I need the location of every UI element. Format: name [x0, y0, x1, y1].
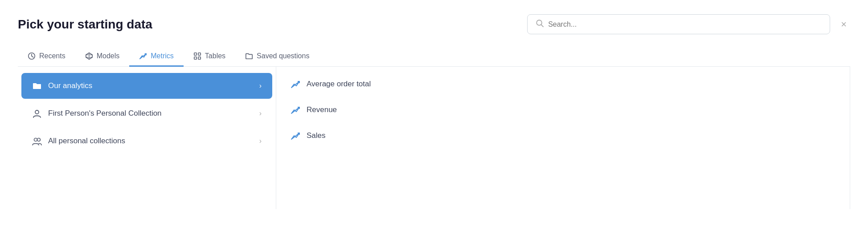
- tab-saved-questions-label: Saved questions: [257, 52, 309, 60]
- tabs-row: Recents Models Metrics: [18, 47, 850, 67]
- right-item-avg-order-label: Average order total: [307, 80, 371, 89]
- tab-models-label: Models: [97, 52, 120, 60]
- left-item-our-analytics-label: Our analytics: [48, 81, 92, 90]
- search-icon: [536, 19, 544, 29]
- left-item-all-personal[interactable]: All personal collections ›: [21, 128, 272, 154]
- chevron-right-icon-our-analytics: ›: [259, 82, 262, 90]
- tab-tables-label: Tables: [205, 52, 225, 60]
- header-row: Pick your starting data ×: [18, 14, 850, 34]
- right-item-revenue-label: Revenue: [307, 105, 337, 114]
- clock-icon: [28, 52, 36, 60]
- right-panel: Average order total Revenue: [276, 67, 850, 209]
- svg-point-12: [35, 110, 39, 114]
- grid-icon: [193, 52, 201, 60]
- right-item-revenue[interactable]: Revenue: [276, 97, 850, 123]
- left-panel: Our analytics › First Person's Personal …: [18, 67, 276, 209]
- tab-saved-questions[interactable]: Saved questions: [235, 47, 319, 67]
- metric-chart-icon-revenue: [291, 105, 300, 115]
- tab-recents[interactable]: Recents: [18, 47, 75, 67]
- right-item-sales[interactable]: Sales: [276, 123, 850, 149]
- people-icon: [32, 136, 42, 146]
- svg-marker-7: [140, 54, 146, 59]
- svg-marker-15: [291, 81, 299, 88]
- metrics-icon: [139, 52, 147, 60]
- svg-point-13: [34, 138, 37, 141]
- left-item-first-person[interactable]: First Person's Personal Collection ›: [21, 101, 272, 126]
- cube-icon: [85, 52, 93, 60]
- svg-rect-9: [198, 53, 201, 55]
- tab-models[interactable]: Models: [75, 47, 130, 67]
- svg-point-14: [37, 138, 41, 141]
- svg-rect-10: [194, 57, 197, 59]
- right-item-avg-order[interactable]: Average order total: [276, 71, 850, 97]
- folder-filled-icon: [32, 81, 42, 91]
- person-icon: [32, 109, 42, 118]
- content-area: Our analytics › First Person's Personal …: [18, 67, 850, 209]
- svg-line-1: [541, 25, 544, 27]
- svg-marker-17: [291, 133, 299, 139]
- metric-chart-icon-sales: [291, 131, 300, 141]
- tab-metrics-label: Metrics: [151, 52, 174, 60]
- svg-rect-11: [198, 57, 201, 59]
- tab-tables[interactable]: Tables: [184, 47, 235, 67]
- right-item-sales-label: Sales: [307, 131, 326, 140]
- modal-container: Pick your starting data ×: [0, 0, 868, 234]
- left-item-our-analytics[interactable]: Our analytics ›: [21, 73, 272, 99]
- search-area: ×: [527, 14, 850, 34]
- tab-recents-label: Recents: [39, 52, 66, 60]
- metric-chart-icon-avg: [291, 79, 300, 89]
- page-title: Pick your starting data: [18, 17, 152, 32]
- tab-metrics[interactable]: Metrics: [129, 47, 184, 67]
- chevron-right-icon-first-person: ›: [259, 109, 262, 117]
- svg-marker-16: [291, 107, 299, 113]
- search-box: [527, 14, 830, 34]
- folder-outline-icon: [245, 52, 253, 60]
- left-item-first-person-label: First Person's Personal Collection: [48, 109, 162, 118]
- svg-rect-8: [194, 53, 197, 55]
- left-item-all-personal-label: All personal collections: [48, 137, 125, 145]
- search-input[interactable]: [548, 20, 822, 28]
- close-button[interactable]: ×: [837, 17, 850, 32]
- chevron-right-icon-all-personal: ›: [259, 137, 262, 145]
